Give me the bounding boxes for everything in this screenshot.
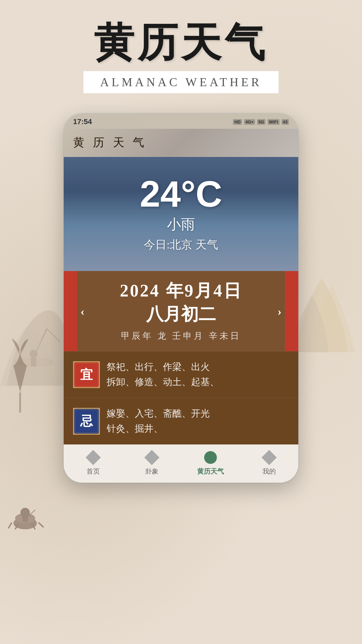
calendar-date-main: 2024 年9月4日 (84, 280, 278, 301)
weather-description: 小雨 (167, 215, 195, 234)
nav-icon-almanac (203, 450, 218, 465)
almanac-corner-tl-ji (73, 408, 76, 411)
nav-item-mine[interactable]: 我的 (249, 450, 289, 476)
svg-point-11 (20, 508, 30, 517)
nav-icon-gua (144, 450, 159, 465)
svg-rect-4 (31, 358, 36, 366)
phone-mockup: 17:54 HD 4G+ 5G WiFi 43 黄 历 天 气 24°C 小雨 … (64, 113, 298, 483)
app-header: 黄 历 天 气 (64, 129, 298, 157)
calendar-nav-right[interactable]: › (278, 304, 282, 318)
home-icon (85, 450, 101, 465)
svg-line-7 (8, 523, 12, 528)
svg-line-13 (28, 510, 35, 517)
app-header-title: 黄 历 天 气 (73, 135, 147, 150)
status-icon-4g: 4G+ (244, 119, 255, 125)
svg-point-0 (13, 357, 54, 367)
nav-item-home[interactable]: 首页 (73, 450, 113, 476)
calendar-nav-left[interactable]: ‹ (80, 304, 84, 318)
status-time: 17:54 (73, 117, 92, 126)
weather-location: 今日:北京 天气 (144, 237, 218, 253)
status-icon-battery: 43 (282, 119, 289, 125)
nav-label-almanac: 黄历天气 (197, 467, 224, 476)
almanac-yi-card: 宜 祭祀、出行、作梁、出火 拆卸、修造、动土、起基、 (64, 351, 298, 398)
almanac-yi-content: 祭祀、出行、作梁、出火 拆卸、修造、动土、起基、 (107, 360, 289, 390)
almanac-corner-bl-ji (73, 431, 76, 435)
almanac-corner-tr-ji (97, 408, 100, 411)
mine-icon (261, 450, 277, 465)
nav-icon-mine (262, 450, 277, 465)
calendar-date-lunar: 八月初二 (84, 303, 278, 326)
almanac-corner-tl-yi (73, 361, 76, 365)
status-icon-wifi: WiFi (267, 119, 279, 125)
svg-point-3 (29, 350, 38, 358)
calendar-right-accent (285, 271, 298, 351)
almanac-ji-content: 嫁娶、入宅、斋醮、开光 针灸、掘井、 (107, 406, 289, 436)
almanac-icon (204, 451, 217, 464)
gua-icon (144, 450, 159, 465)
bottom-nav: 首页 卦象 黄历天气 我的 (64, 444, 298, 483)
svg-point-5 (13, 517, 37, 529)
status-icon-hd: HD (233, 119, 242, 125)
nav-label-gua: 卦象 (145, 467, 159, 476)
status-icons: HD 4G+ 5G WiFi 43 (233, 119, 289, 125)
calendar-stem-branch: 甲辰年 龙 壬申月 辛未日 (84, 330, 278, 342)
status-icon-5g: 5G (257, 119, 265, 125)
svg-line-8 (15, 524, 18, 529)
app-title-area: 黄历天气 ALMANAC WEATHER (83, 20, 279, 93)
calendar-section: ‹ › 2024 年9月4日 八月初二 甲辰年 龙 壬申月 辛未日 (64, 271, 298, 351)
svg-line-9 (32, 524, 35, 529)
svg-line-1 (34, 329, 47, 357)
svg-rect-12 (22, 515, 28, 522)
almanac-ji-badge: 忌 (73, 408, 100, 435)
nav-label-mine: 我的 (262, 467, 276, 476)
svg-point-6 (15, 513, 35, 523)
almanac-yi-badge: 宜 (73, 361, 100, 388)
calendar-left-accent (64, 271, 77, 351)
app-title-english: ALMANAC WEATHER (100, 75, 262, 89)
almanac-corner-bl-yi (73, 385, 76, 388)
temperature-display: 24°C (140, 175, 222, 212)
almanac-ji-card: 忌 嫁娶、入宅、斋醮、开光 针灸、掘井、 (64, 398, 298, 444)
app-title-english-container: ALMANAC WEATHER (83, 71, 279, 93)
nav-label-home: 首页 (86, 467, 100, 476)
almanac-corner-br-yi (97, 385, 100, 388)
app-title-chinese: 黄历天气 (83, 20, 279, 64)
almanac-badge-inner-yi (75, 363, 98, 386)
nav-icon-home (86, 450, 101, 465)
svg-line-10 (39, 523, 44, 527)
status-bar: 17:54 HD 4G+ 5G WiFi 43 (64, 113, 298, 129)
nav-item-gua[interactable]: 卦象 (132, 450, 172, 476)
almanac-corner-tr-yi (97, 361, 100, 365)
nav-item-almanac[interactable]: 黄历天气 (190, 450, 231, 476)
svg-line-2 (47, 329, 60, 342)
almanac-corner-br-ji (97, 431, 100, 435)
weather-content: 24°C 小雨 今日:北京 天气 (64, 157, 298, 271)
weather-card: 24°C 小雨 今日:北京 天气 (64, 157, 298, 271)
almanac-badge-inner-ji (75, 410, 98, 433)
